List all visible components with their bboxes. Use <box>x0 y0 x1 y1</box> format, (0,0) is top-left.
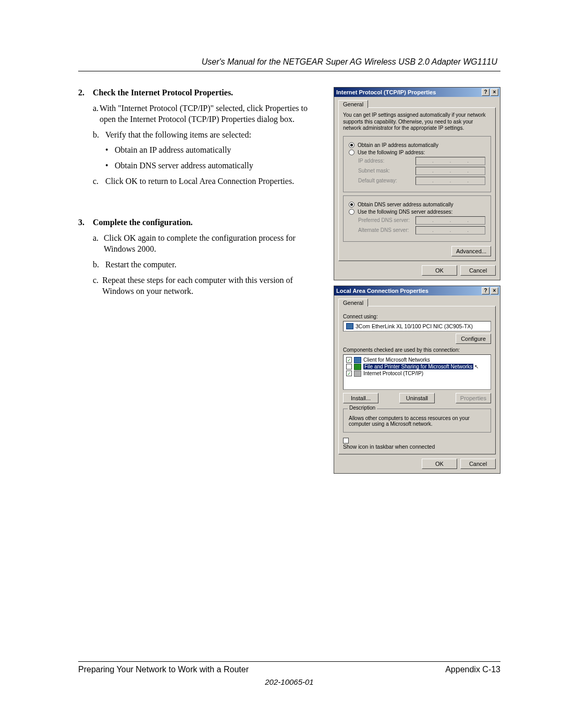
install-button[interactable]: Install... <box>343 393 378 403</box>
field-label: IP address: <box>358 158 415 164</box>
step-2b-bullet-1: • Obtain an IP address automatically <box>105 144 318 156</box>
sub-letter: b. <box>93 129 105 141</box>
component-icon <box>354 357 361 363</box>
alternate-dns-field: Alternate DNS server: ... <box>358 226 485 235</box>
radio-dns-auto[interactable]: Obtain DNS server address automatically <box>349 202 485 207</box>
advanced-button[interactable]: Advanced... <box>451 246 491 256</box>
ip-address-group: Obtain an IP address automatically Use t… <box>343 136 491 192</box>
checkbox-icon[interactable]: ✓ <box>346 357 352 363</box>
instructions-column: 2. Check the Internet Protocol Propertie… <box>78 87 323 474</box>
help-button[interactable]: ? <box>482 89 489 96</box>
component-icon <box>354 364 361 370</box>
field-label: Subnet mask: <box>358 168 415 174</box>
cancel-button[interactable]: Cancel <box>460 459 496 469</box>
ip-input[interactable]: ... <box>415 226 485 235</box>
cancel-button[interactable]: Cancel <box>460 265 496 276</box>
list-item[interactable]: ✓ Internet Protocol (TCP/IP) <box>346 371 488 377</box>
close-button[interactable]: × <box>491 89 498 96</box>
step-2c: c. Click OK to return to Local Area Conn… <box>93 176 318 187</box>
sub-letter: a. <box>93 232 104 255</box>
description-group: Description Allows other computers to ac… <box>343 409 491 433</box>
subnet-mask-field: Subnet mask: ... <box>358 167 485 175</box>
preferred-dns-field: Preferred DNS server: ... <box>358 216 485 225</box>
radio-label: Use the following DNS server addresses: <box>358 209 452 215</box>
dialog-title: Internet Protocol (TCP/IP) Properties <box>336 88 481 97</box>
step-number: 2. <box>78 87 93 98</box>
sub-letter: c. <box>93 176 105 187</box>
step-title: Complete the configuration. <box>93 217 193 228</box>
configure-button[interactable]: Configure <box>456 334 491 344</box>
component-label: Internet Protocol (TCP/IP) <box>363 371 423 376</box>
sub-letter: c. <box>93 275 102 297</box>
tab-general[interactable]: General <box>338 100 368 108</box>
sub-text: Repeat these steps for each computer wit… <box>102 275 318 297</box>
step-2a: a. With "Internet Protocol (TCP/IP)" sel… <box>93 103 318 125</box>
checkbox-label: Show icon in taskbar when connected <box>343 443 435 450</box>
properties-button[interactable]: Properties <box>456 393 491 403</box>
adapter-box: 3Com EtherLink XL 10/100 PCI NIC (3C905-… <box>343 321 491 331</box>
dialog-intro-text: You can get IP settings assigned automat… <box>343 112 491 132</box>
default-gateway-field: Default gateway: ... <box>358 177 485 185</box>
component-label: File and Printer Sharing for Microsoft N… <box>363 364 473 369</box>
ok-button[interactable]: OK <box>422 265 457 276</box>
sub-text: Click OK to return to Local Area Connect… <box>105 176 294 187</box>
checkbox-icon[interactable] <box>346 364 352 369</box>
page-footer: Preparing Your Network to Work with a Ro… <box>78 661 500 686</box>
connect-using-label: Connect using: <box>343 314 491 319</box>
page-header: User's Manual for the NETGEAR Super AG W… <box>78 57 500 71</box>
help-button[interactable]: ? <box>482 287 489 294</box>
adapter-icon <box>346 323 353 329</box>
ip-input[interactable]: ... <box>415 177 485 185</box>
bullet-dot: • <box>105 144 115 156</box>
sub-text: Restart the computer. <box>105 259 176 270</box>
field-label: Alternate DNS server: <box>358 227 415 233</box>
uninstall-button[interactable]: Uninstall <box>399 393 435 403</box>
tcp-ip-properties-dialog: Internet Protocol (TCP/IP) Properties ? … <box>334 87 500 280</box>
radio-icon <box>349 202 354 207</box>
tab-general[interactable]: General <box>338 299 368 306</box>
step-3: 3. Complete the configuration. a. Click … <box>78 217 318 297</box>
dns-group: Obtain DNS server address automatically … <box>343 195 491 242</box>
ip-input[interactable]: ... <box>415 167 485 175</box>
radio-ip-auto[interactable]: Obtain an IP address automatically <box>349 142 485 148</box>
list-item[interactable]: ✓ Client for Microsoft Networks <box>346 357 488 363</box>
group-title: Description <box>348 405 377 411</box>
checkbox-icon[interactable] <box>343 438 349 443</box>
step-2b: b. Verify that the following items are s… <box>93 129 318 141</box>
radio-label: Obtain an IP address automatically <box>358 142 438 148</box>
list-item[interactable]: File and Printer Sharing for Microsoft N… <box>346 364 488 370</box>
description-text: Allows other computers to access resourc… <box>349 415 485 427</box>
sub-text: With "Internet Protocol (TCP/IP)" select… <box>100 103 318 125</box>
ip-input[interactable]: ... <box>415 157 485 165</box>
lan-connection-properties-dialog: Local Area Connection Properties ? × Gen… <box>334 286 500 474</box>
show-icon-checkbox[interactable]: Show icon in taskbar when connected <box>343 438 491 450</box>
radio-ip-manual[interactable]: Use the following IP address: <box>349 150 485 155</box>
ok-button[interactable]: OK <box>422 459 457 469</box>
bullet-dot: • <box>105 160 115 171</box>
radio-label: Use the following IP address: <box>358 150 425 155</box>
sub-letter: b. <box>93 259 105 270</box>
cursor-icon: ↖ <box>474 364 479 369</box>
step-number: 3. <box>78 217 93 228</box>
close-button[interactable]: × <box>491 287 498 294</box>
component-label: Client for Microsoft Networks <box>363 357 430 363</box>
sub-text: Verify that the following items are sele… <box>105 129 251 141</box>
bullet-text: Obtain DNS server address automatically <box>115 160 253 171</box>
checkbox-icon[interactable]: ✓ <box>346 371 352 376</box>
field-label: Default gateway: <box>358 178 415 183</box>
components-label: Components checked are used by this conn… <box>343 347 491 353</box>
title-bar[interactable]: Local Area Connection Properties ? × <box>334 286 500 295</box>
step-3b: b. Restart the computer. <box>93 259 318 270</box>
radio-dns-manual[interactable]: Use the following DNS server addresses: <box>349 209 485 215</box>
title-bar[interactable]: Internet Protocol (TCP/IP) Properties ? … <box>334 88 500 97</box>
ip-input[interactable]: ... <box>415 216 485 225</box>
field-label: Preferred DNS server: <box>358 217 415 223</box>
sub-text: Click OK again to complete the configura… <box>104 232 318 255</box>
radio-icon <box>349 150 354 155</box>
component-icon <box>354 371 361 377</box>
step-2b-bullet-2: • Obtain DNS server address automaticall… <box>105 160 318 171</box>
components-list[interactable]: ✓ Client for Microsoft Networks File and… <box>343 354 491 390</box>
step-title: Check the Internet Protocol Properties. <box>93 87 233 98</box>
footer-docnum: 202-10065-01 <box>78 677 500 686</box>
bullet-text: Obtain an IP address automatically <box>115 144 231 156</box>
